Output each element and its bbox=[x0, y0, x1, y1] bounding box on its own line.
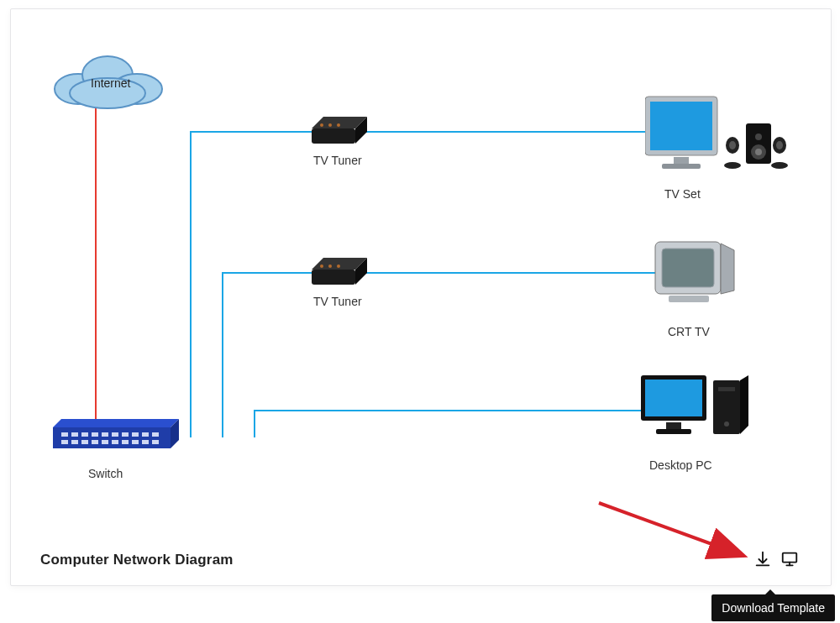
tuner2-label: TV Tuner bbox=[313, 295, 362, 308]
svg-rect-10 bbox=[81, 432, 88, 437]
tv-set-node bbox=[645, 93, 788, 186]
download-tooltip: Download Template bbox=[711, 594, 835, 621]
svg-rect-62 bbox=[656, 429, 691, 434]
desktop-pc-icon bbox=[641, 370, 759, 446]
svg-point-38 bbox=[328, 264, 332, 268]
svg-marker-5 bbox=[53, 419, 179, 427]
svg-point-66 bbox=[724, 421, 729, 427]
svg-rect-58 bbox=[669, 296, 709, 302]
svg-rect-19 bbox=[71, 440, 78, 444]
svg-line-68 bbox=[599, 503, 742, 555]
svg-rect-41 bbox=[650, 102, 712, 150]
svg-point-32 bbox=[328, 123, 332, 127]
svg-rect-21 bbox=[92, 440, 98, 444]
svg-point-39 bbox=[337, 264, 340, 268]
desktop-pc-node bbox=[641, 370, 759, 446]
svg-rect-15 bbox=[132, 432, 139, 437]
diagram-panel: Internet Switch bbox=[10, 8, 832, 586]
svg-rect-8 bbox=[61, 432, 68, 437]
svg-point-37 bbox=[320, 264, 323, 268]
svg-rect-65 bbox=[718, 387, 735, 391]
svg-rect-29 bbox=[312, 128, 355, 144]
svg-rect-14 bbox=[122, 432, 129, 437]
svg-rect-60 bbox=[645, 380, 702, 416]
action-icons bbox=[753, 550, 799, 568]
tvset-label: TV Set bbox=[664, 187, 701, 201]
svg-rect-12 bbox=[102, 432, 108, 437]
svg-rect-11 bbox=[92, 432, 98, 437]
svg-rect-25 bbox=[132, 440, 139, 444]
svg-point-45 bbox=[729, 141, 736, 149]
switch-node bbox=[53, 419, 179, 453]
desktop-label: Desktop PC bbox=[649, 458, 712, 472]
svg-rect-27 bbox=[152, 440, 159, 444]
svg-rect-43 bbox=[662, 164, 701, 169]
download-icon[interactable] bbox=[753, 550, 772, 568]
switch-label: Switch bbox=[88, 467, 123, 480]
svg-rect-23 bbox=[112, 440, 118, 444]
svg-rect-26 bbox=[142, 440, 149, 444]
tuner-icon bbox=[312, 258, 367, 290]
svg-rect-55 bbox=[662, 249, 714, 287]
diagram-title: Computer Network Diagram bbox=[40, 552, 234, 568]
svg-point-50 bbox=[755, 149, 762, 155]
svg-rect-18 bbox=[61, 440, 68, 444]
svg-marker-57 bbox=[721, 243, 734, 294]
svg-point-31 bbox=[320, 123, 323, 127]
svg-point-52 bbox=[776, 141, 783, 149]
svg-rect-6 bbox=[53, 427, 171, 448]
open-editor-icon[interactable] bbox=[780, 550, 799, 568]
svg-rect-69 bbox=[783, 553, 797, 563]
svg-rect-42 bbox=[674, 157, 689, 164]
svg-rect-61 bbox=[666, 422, 681, 429]
svg-rect-16 bbox=[142, 432, 149, 437]
internet-label: Internet bbox=[91, 76, 130, 90]
svg-rect-17 bbox=[152, 432, 159, 437]
svg-rect-20 bbox=[81, 440, 88, 444]
tv-tuner-1-node bbox=[312, 117, 367, 149]
crt-tv-icon bbox=[654, 240, 738, 316]
svg-rect-35 bbox=[312, 270, 355, 285]
switch-icon bbox=[53, 419, 179, 453]
svg-point-33 bbox=[337, 123, 340, 127]
crt-label: CRT TV bbox=[668, 325, 710, 338]
svg-marker-64 bbox=[740, 375, 748, 434]
svg-point-53 bbox=[771, 162, 788, 169]
svg-rect-9 bbox=[71, 432, 78, 437]
internet-cloud-node: Internet bbox=[45, 43, 171, 114]
crt-tv-node bbox=[654, 240, 738, 316]
svg-point-46 bbox=[724, 162, 741, 169]
svg-point-48 bbox=[755, 134, 762, 140]
svg-rect-22 bbox=[102, 440, 108, 444]
svg-rect-24 bbox=[122, 440, 129, 444]
tuner1-label: TV Tuner bbox=[313, 154, 362, 167]
svg-rect-13 bbox=[112, 432, 118, 437]
tuner-icon bbox=[312, 117, 367, 149]
flat-tv-icon bbox=[645, 93, 788, 186]
tv-tuner-2-node bbox=[312, 258, 367, 290]
